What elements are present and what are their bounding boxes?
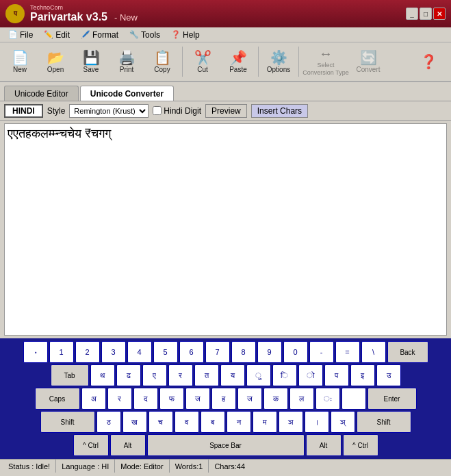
new-icon: 📄 xyxy=(12,51,29,64)
key-quote[interactable] xyxy=(342,388,366,410)
help-button[interactable]: ❓ xyxy=(411,44,446,79)
key-ctrl-left[interactable]: ^ Ctrl xyxy=(73,434,109,456)
status-words: Words:1 xyxy=(170,460,209,473)
key-g[interactable]: ज xyxy=(185,388,210,410)
key-bracket-l[interactable]: इ xyxy=(350,364,375,386)
key-8[interactable]: 8 xyxy=(231,341,256,363)
status-bar: Status : Idle! Language : HI Mode: Edito… xyxy=(0,459,451,473)
tools-icon: 🔧 xyxy=(129,30,139,39)
key-special-char[interactable]: ॰ xyxy=(23,341,48,363)
key-5[interactable]: 5 xyxy=(153,341,178,363)
style-select[interactable]: Remington (Krust)InscriptPhonetic xyxy=(69,104,149,118)
status-language: Language : HI xyxy=(56,460,115,473)
key-backslash[interactable]: \ xyxy=(361,341,386,363)
key-th[interactable]: थ xyxy=(90,364,115,386)
key-c[interactable]: च xyxy=(149,411,173,433)
key-m[interactable]: म xyxy=(253,411,277,433)
save-button[interactable]: 💾 Save xyxy=(74,44,108,79)
key-h[interactable]: ह xyxy=(211,388,236,410)
key-b[interactable]: ब xyxy=(201,411,225,433)
key-dh[interactable]: ढ xyxy=(116,364,141,386)
key-alt-right[interactable]: Alt xyxy=(306,434,342,456)
menu-file[interactable]: 📄 File xyxy=(3,29,38,41)
key-y[interactable]: य xyxy=(220,364,245,386)
key-v[interactable]: व xyxy=(175,411,199,433)
key-3[interactable]: 3 xyxy=(101,341,126,363)
key-u[interactable]: ु xyxy=(246,364,271,386)
paste-button[interactable]: 📌 Paste xyxy=(221,44,255,79)
open-button[interactable]: 📂 Open xyxy=(38,44,73,79)
key-p[interactable]: प xyxy=(324,364,349,386)
options-button[interactable]: ⚙️ Options xyxy=(261,44,296,79)
key-space[interactable]: Space Bar xyxy=(147,434,305,456)
minimize-button[interactable]: _ xyxy=(406,8,418,20)
select-conversion-button: ↔️ Select Conversion Type xyxy=(302,44,350,79)
print-icon: 🖨️ xyxy=(118,51,136,64)
key-slash[interactable]: ञ् xyxy=(331,411,355,433)
key-n[interactable]: न xyxy=(227,411,251,433)
hindi-digit-container: Hindi Digit xyxy=(153,106,201,116)
maximize-button[interactable]: □ xyxy=(420,8,432,20)
options-icon: ⚙️ xyxy=(270,51,287,64)
style-label: Style xyxy=(47,106,66,116)
key-1[interactable]: 1 xyxy=(49,341,74,363)
language-button[interactable]: HINDI xyxy=(4,104,43,118)
close-button[interactable]: ✕ xyxy=(433,8,446,20)
key-7[interactable]: 7 xyxy=(205,341,230,363)
key-shift-left[interactable]: Shift xyxy=(40,411,95,433)
key-6[interactable]: 6 xyxy=(179,341,204,363)
key-shift-right[interactable]: Shift xyxy=(357,411,411,433)
menu-edit[interactable]: ✏️ Edit xyxy=(38,29,75,41)
preview-button[interactable]: Preview xyxy=(205,104,247,118)
key-f[interactable]: फ xyxy=(159,388,184,410)
key-x[interactable]: ख xyxy=(123,411,147,433)
key-minus[interactable]: - xyxy=(309,341,334,363)
new-button[interactable]: 📄 New xyxy=(3,44,37,79)
key-l[interactable]: ल xyxy=(289,388,314,410)
key-d[interactable]: द xyxy=(133,388,158,410)
cut-button[interactable]: ✂️ Cut xyxy=(185,44,220,79)
key-alt-left[interactable]: Alt xyxy=(110,434,146,456)
key-i[interactable]: ि xyxy=(272,364,297,386)
menu-help[interactable]: ❓ Help xyxy=(166,29,205,41)
key-s[interactable]: र xyxy=(107,388,132,410)
key-t[interactable]: त xyxy=(194,364,219,386)
title-bar: प TechnoCom Parivartak v3.5 - New _ □ ✕ xyxy=(0,0,451,27)
key-backspace[interactable]: Back xyxy=(387,341,428,363)
key-semicolon[interactable]: ः xyxy=(315,388,340,410)
key-enter[interactable]: Enter xyxy=(368,388,417,410)
print-button[interactable]: 🖨️ Print xyxy=(109,44,144,79)
tab-unicode-converter[interactable]: Unicode Converter xyxy=(80,86,174,101)
key-caps[interactable]: Caps xyxy=(35,388,80,410)
key-equals[interactable]: = xyxy=(335,341,360,363)
menu-format[interactable]: 🖊️ Format xyxy=(75,29,124,41)
key-tab[interactable]: Tab xyxy=(51,364,89,386)
menu-tools[interactable]: 🔧 Tools xyxy=(124,29,166,41)
status-mode: Mode: Editor xyxy=(115,460,169,473)
key-bracket-r[interactable]: उ xyxy=(376,364,401,386)
insert-chars-button[interactable]: Insert Chars xyxy=(251,104,308,118)
editor-area[interactable]: एएतहकलम्म्न्चचेय ₹चगग् xyxy=(4,123,447,336)
key-9[interactable]: 9 xyxy=(257,341,282,363)
convert-icon: 🔄 xyxy=(360,51,377,64)
key-period[interactable]: । xyxy=(305,411,329,433)
key-a[interactable]: अ xyxy=(81,388,106,410)
title-text-block: TechnoCom Parivartak v3.5 - New xyxy=(30,4,406,23)
key-r[interactable]: र xyxy=(168,364,193,386)
keyboard-row-2: Tab थ ढ ए र त य ु ि ो प इ उ xyxy=(3,364,448,386)
key-j[interactable]: ज xyxy=(237,388,262,410)
key-comma[interactable]: ञ xyxy=(279,411,303,433)
key-k[interactable]: क xyxy=(263,388,288,410)
key-2[interactable]: 2 xyxy=(75,341,100,363)
hindi-digit-checkbox[interactable] xyxy=(153,106,162,115)
help-area: ❓ xyxy=(387,44,448,79)
key-z[interactable]: ठ xyxy=(96,411,121,433)
key-4[interactable]: 4 xyxy=(127,341,152,363)
key-o[interactable]: ो xyxy=(298,364,323,386)
key-0[interactable]: 0 xyxy=(283,341,308,363)
keyboard-row-3: Caps अ र द फ ज ह ज क ल ः Enter xyxy=(3,388,448,410)
key-e[interactable]: ए xyxy=(142,364,167,386)
key-ctrl-right[interactable]: ^ Ctrl xyxy=(343,434,378,456)
copy-button[interactable]: 📋 Copy xyxy=(145,44,179,79)
tab-unicode-editor[interactable]: Unicode Editor xyxy=(4,86,79,101)
